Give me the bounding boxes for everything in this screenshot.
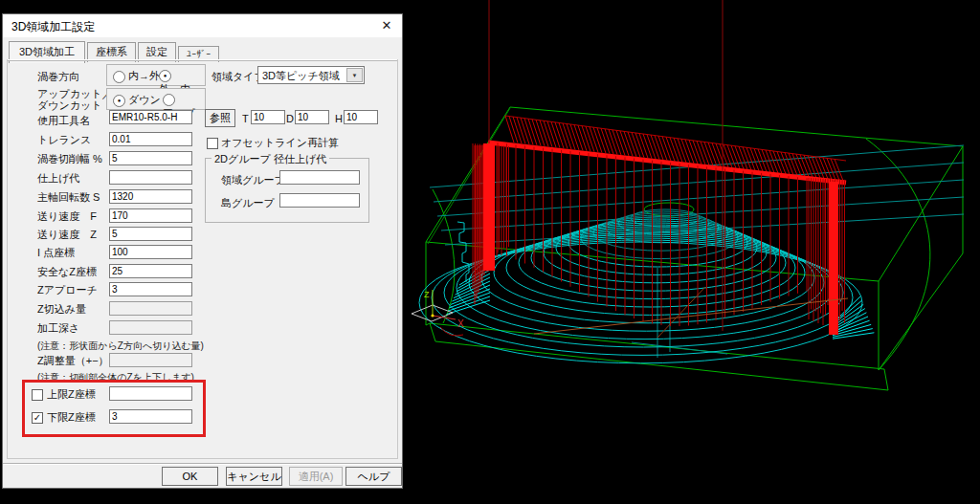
tab-strip: 3D領域加工座標系設定ﾕｰｻﾞｰ bbox=[9, 40, 221, 59]
apply-button: 適用(A) bbox=[289, 467, 343, 486]
field-row: トレランス bbox=[37, 132, 91, 148]
svg-text:Z: Z bbox=[424, 290, 430, 299]
upper-z-limit-row: 上限Z座標 bbox=[32, 386, 43, 403]
lower-z-limit-input[interactable] bbox=[109, 409, 192, 424]
dialog-title: 3D領域加工設定 bbox=[11, 19, 95, 35]
field-row: Z切込み量 bbox=[37, 301, 86, 318]
field-row: 主軸回転数 S bbox=[37, 189, 100, 206]
tool-t-label: T bbox=[242, 113, 249, 124]
field-row: 送り速度 Z bbox=[37, 227, 97, 243]
lower-z-limit-row: ✓ 下限Z座標 bbox=[32, 409, 43, 426]
checkbox-icon bbox=[207, 138, 218, 149]
radio-inner-to-outer-label: 内→外 bbox=[128, 70, 160, 81]
radio-inner-to-outer[interactable]: 内→外 bbox=[113, 69, 160, 83]
tool-h-label: H bbox=[335, 113, 343, 124]
field-row: 送り速度 F bbox=[37, 208, 97, 225]
field-row: 安全なZ座標 bbox=[37, 264, 97, 280]
field-row: 渦巻切削幅 % bbox=[37, 151, 102, 167]
tool-name-label: 使用工具名 bbox=[37, 114, 90, 128]
spiral-direction-label: 渦巻方向 bbox=[37, 70, 79, 84]
offset-recalc-checkbox[interactable]: オフセットライン再計算 bbox=[207, 136, 339, 150]
radio-icon bbox=[163, 94, 175, 106]
field-row: I 点座標 bbox=[37, 245, 75, 261]
i-point-label: I 点座標 bbox=[37, 247, 75, 258]
feed-z-label: 送り速度 Z bbox=[37, 229, 97, 240]
radio-icon: ● bbox=[113, 95, 125, 107]
z-step-label: Z切込み量 bbox=[37, 303, 86, 315]
area-group-input[interactable] bbox=[279, 170, 360, 185]
spiral-width-label: 渦巻切削幅 % bbox=[37, 153, 102, 164]
cut-mode-group: ● ダウン アップ bbox=[106, 88, 206, 110]
field-row: 仕上げ代 bbox=[37, 170, 79, 186]
z-approach-input[interactable] bbox=[109, 282, 192, 296]
tolerance-label: トレランス bbox=[37, 134, 91, 145]
help-button[interactable]: ヘルプ bbox=[345, 467, 402, 486]
cut-mode-label-line2: ダウンカット bbox=[37, 99, 102, 113]
z-approach-label: Zアプローチ bbox=[37, 284, 98, 296]
safe-z-input[interactable] bbox=[109, 264, 192, 278]
field-row: Zアプローチ bbox=[37, 282, 98, 298]
cancel-button[interactable]: キャンセル bbox=[226, 467, 282, 486]
tool-d-input[interactable] bbox=[295, 110, 329, 124]
safe-z-label: 安全なZ座標 bbox=[37, 266, 97, 277]
tool-name-input[interactable] bbox=[109, 110, 192, 124]
field-row: 加工深さ bbox=[37, 320, 79, 337]
radio-icon: ● bbox=[159, 70, 171, 82]
tolerance-input[interactable] bbox=[109, 132, 192, 146]
upper-z-limit-input[interactable] bbox=[109, 386, 192, 401]
z-adjust-input bbox=[109, 353, 192, 367]
close-icon[interactable]: ✕ bbox=[375, 16, 398, 35]
finish-allowance-input[interactable] bbox=[109, 170, 192, 185]
finish-allowance-label: 仕上げ代 bbox=[37, 172, 79, 184]
lower-z-limit-label: 下限Z座標 bbox=[47, 409, 96, 426]
island-group-input[interactable] bbox=[279, 193, 360, 208]
feed-f-input[interactable] bbox=[109, 208, 192, 223]
ok-button[interactable]: OK bbox=[162, 467, 218, 486]
area-type-value: 3D等ピッチ領域 bbox=[262, 69, 340, 83]
2d-group-box: 2Dグループ 径仕上げ代 領域グループ 島グループ bbox=[205, 158, 369, 223]
spiral-width-input[interactable] bbox=[109, 151, 192, 165]
offset-recalc-label: オフセットライン再計算 bbox=[221, 137, 339, 148]
dialog-titlebar[interactable]: 3D領域加工設定 ✕ bbox=[3, 14, 402, 37]
field-row: Z調整量（+−） bbox=[37, 353, 109, 369]
svg-text:X: X bbox=[457, 318, 464, 329]
z-adjust-label: Z調整量（+−） bbox=[37, 355, 109, 366]
machining-depth-input bbox=[109, 320, 192, 335]
radio-down-cut[interactable]: ● ダウン bbox=[113, 93, 161, 107]
spiral-direction-group: 内→外 ● 外→内 bbox=[106, 64, 206, 86]
spindle-speed-label: 主軸回転数 S bbox=[37, 191, 100, 203]
area-group-label: 領域グループ bbox=[221, 173, 285, 187]
tool-d-label: D bbox=[286, 113, 294, 124]
depth-note: (注意：形状面からZ方向へ切り込む量) bbox=[37, 340, 204, 353]
browse-button[interactable]: 参照 bbox=[205, 109, 235, 127]
machining-depth-label: 加工深さ bbox=[37, 322, 79, 334]
spindle-speed-input[interactable] bbox=[109, 189, 192, 204]
island-group-label: 島グループ bbox=[221, 196, 275, 210]
2d-group-legend: 2Dグループ 径仕上げ代 bbox=[212, 152, 329, 166]
upper-z-limit-label: 上限Z座標 bbox=[47, 386, 96, 403]
dialog-3d-area-machining: 3D領域加工設定 ✕ 3D領域加工座標系設定ﾕｰｻﾞｰ 渦巻方向 内→外 ● 外… bbox=[2, 13, 403, 489]
feed-f-label: 送り速度 F bbox=[37, 210, 97, 222]
area-type-dropdown[interactable]: 3D等ピッチ領域 ▼ bbox=[257, 66, 365, 84]
tool-t-input[interactable] bbox=[251, 110, 285, 124]
radio-icon bbox=[113, 71, 125, 83]
button-separator bbox=[3, 463, 402, 464]
i-point-input[interactable] bbox=[109, 245, 192, 259]
tool-h-input[interactable] bbox=[344, 110, 378, 124]
chevron-down-icon[interactable]: ▼ bbox=[346, 68, 363, 82]
radio-down-cut-label: ダウン bbox=[128, 94, 161, 105]
screen-root: { "dialog": { "title": "3D領域加工設定", "clos… bbox=[0, 0, 980, 504]
lower-z-limit-checkbox[interactable]: ✓ bbox=[32, 412, 43, 424]
upper-z-limit-checkbox[interactable] bbox=[32, 389, 43, 401]
feed-z-input[interactable] bbox=[109, 227, 192, 241]
z-step-input bbox=[109, 301, 192, 316]
